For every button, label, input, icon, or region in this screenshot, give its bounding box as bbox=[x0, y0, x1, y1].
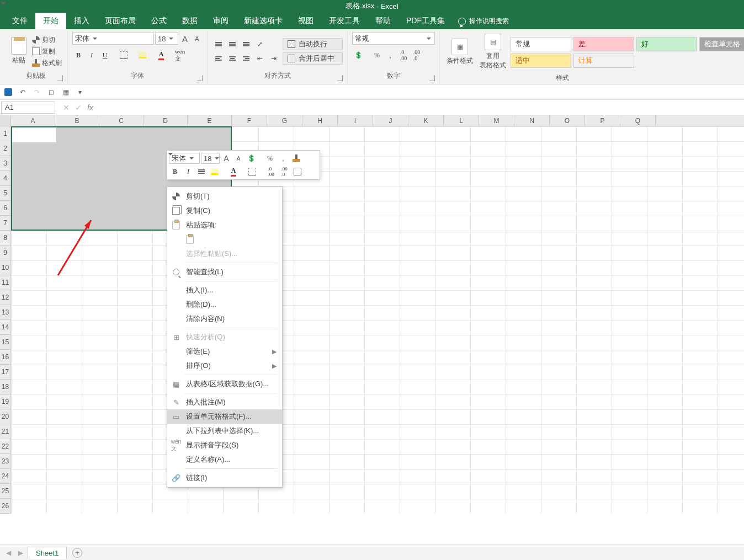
ctx-define-name[interactable]: 定义名称(A)... bbox=[167, 452, 282, 467]
cell-styles-gallery[interactable]: 常规 差 适中 计算 bbox=[511, 37, 634, 68]
mini-percent-button[interactable]: % bbox=[264, 152, 276, 164]
bold-button[interactable]: B bbox=[72, 49, 84, 61]
font-size-combo[interactable]: 18 bbox=[155, 33, 178, 45]
col-header[interactable]: B bbox=[55, 115, 99, 126]
tab-custom[interactable]: 新建选项卡 bbox=[236, 13, 290, 29]
row-header[interactable]: 11 bbox=[0, 275, 10, 290]
cells-grid[interactable] bbox=[11, 126, 744, 514]
col-header[interactable]: I bbox=[338, 115, 373, 126]
dec-decimal-button[interactable]: .00.0 bbox=[411, 49, 423, 61]
ctx-smart-lookup[interactable]: 智能查找(L) bbox=[167, 265, 282, 279]
col-header[interactable]: P bbox=[585, 115, 620, 126]
percent-button[interactable]: % bbox=[371, 49, 383, 61]
copy-button[interactable]: 复制 bbox=[31, 46, 63, 57]
indent-dec-button[interactable]: ⇤ bbox=[253, 52, 267, 65]
row-header[interactable]: 19 bbox=[0, 394, 10, 409]
row-header[interactable]: 7 bbox=[0, 216, 10, 231]
sheet-tab[interactable]: Sheet1 bbox=[28, 547, 67, 559]
align-right-button[interactable] bbox=[240, 52, 253, 65]
style-bad[interactable]: 差 bbox=[573, 37, 634, 51]
row-header[interactable]: 12 bbox=[0, 290, 10, 305]
dialog-launcher-icon[interactable] bbox=[337, 76, 343, 81]
ctx-format-cells[interactable]: ▭设置单元格格式(F)... bbox=[167, 409, 282, 424]
row-header[interactable]: 26 bbox=[0, 499, 10, 514]
mini-dec-dec-button[interactable]: .00.0 bbox=[278, 166, 290, 178]
add-sheet-button[interactable]: + bbox=[72, 548, 82, 558]
select-all-corner[interactable] bbox=[0, 115, 11, 126]
row-header[interactable]: 23 bbox=[0, 454, 10, 469]
merge-center-button[interactable]: 合并后居中 bbox=[283, 52, 343, 65]
col-header[interactable]: E bbox=[188, 115, 232, 126]
mini-italic-button[interactable]: I bbox=[182, 166, 194, 178]
orientation-button[interactable]: ⤢ bbox=[253, 38, 267, 50]
style-check[interactable]: 检查单元格 bbox=[699, 37, 744, 51]
col-header[interactable]: O bbox=[550, 115, 585, 126]
tab-view[interactable]: 视图 bbox=[290, 13, 321, 29]
align-middle-button[interactable] bbox=[226, 38, 239, 50]
font-color-button[interactable]: A bbox=[155, 49, 167, 61]
ctx-insert[interactable]: 插入(I)... bbox=[167, 283, 282, 297]
sheet-nav-prev[interactable]: ◀ bbox=[3, 549, 13, 557]
ctx-clear[interactable]: 清除内容(N) bbox=[167, 312, 282, 326]
col-header[interactable]: A bbox=[11, 115, 55, 126]
tab-review[interactable]: 审阅 bbox=[205, 13, 236, 29]
row-header[interactable]: 5 bbox=[0, 186, 10, 201]
ctx-insert-comment[interactable]: ✎插入批注(M) bbox=[167, 395, 282, 409]
dialog-launcher-icon[interactable] bbox=[197, 76, 203, 81]
row-header[interactable]: 14 bbox=[0, 320, 10, 335]
col-header[interactable]: H bbox=[302, 115, 338, 126]
tell-me[interactable]: 操作说明搜索 bbox=[453, 13, 514, 29]
row-header[interactable]: 22 bbox=[0, 439, 10, 454]
style-neutral[interactable]: 适中 bbox=[511, 54, 571, 68]
phonetic-button[interactable]: wén文 bbox=[174, 49, 186, 61]
row-header[interactable]: 4 bbox=[0, 171, 10, 186]
row-header[interactable]: 17 bbox=[0, 365, 10, 380]
italic-button[interactable]: I bbox=[86, 49, 98, 61]
format-as-table-button[interactable]: ▤ 套用 表格格式 bbox=[477, 33, 508, 72]
mini-merge-button[interactable] bbox=[291, 166, 304, 178]
shrink-font-button[interactable]: A bbox=[192, 33, 203, 45]
name-box[interactable]: A1 bbox=[1, 102, 55, 114]
qat-customize[interactable]: ▾ bbox=[75, 87, 85, 97]
align-left-button[interactable] bbox=[212, 52, 225, 65]
underline-button[interactable]: U bbox=[99, 49, 111, 61]
dialog-launcher-icon[interactable] bbox=[429, 76, 435, 81]
tab-data[interactable]: 数据 bbox=[174, 13, 205, 29]
format-painter-button[interactable]: 格式刷 bbox=[31, 58, 63, 68]
mini-inc-dec-button[interactable]: .0.00 bbox=[265, 166, 277, 178]
redo-button[interactable]: ↷ bbox=[32, 87, 42, 97]
ctx-sort[interactable]: 排序(O)▶ bbox=[167, 359, 282, 373]
ctx-filter[interactable]: 筛选(E)▶ bbox=[167, 344, 282, 359]
number-format-combo[interactable]: 常规 bbox=[352, 33, 435, 45]
sheet-nav-next[interactable]: ▶ bbox=[15, 549, 25, 557]
row-header[interactable]: 1 bbox=[0, 126, 10, 141]
accounting-button[interactable]: 💲 bbox=[352, 49, 364, 61]
tab-formulas[interactable]: 公式 bbox=[144, 13, 174, 29]
paste-button[interactable]: 粘贴 bbox=[9, 36, 29, 67]
style-good[interactable]: 好 bbox=[636, 37, 697, 51]
ctx-phonetic[interactable]: wén文显示拼音字段(S) bbox=[167, 438, 282, 452]
row-header[interactable]: 21 bbox=[0, 424, 10, 439]
align-top-button[interactable] bbox=[212, 38, 225, 50]
enter-formula-button[interactable]: ✓ bbox=[75, 103, 82, 112]
col-header[interactable]: N bbox=[514, 115, 550, 126]
ctx-delete[interactable]: 删除(D)... bbox=[167, 297, 282, 312]
col-header[interactable]: Q bbox=[620, 115, 656, 126]
undo-button[interactable]: ↶ bbox=[18, 87, 28, 97]
mini-font-combo[interactable]: 宋体 bbox=[169, 153, 200, 164]
conditional-format-button[interactable]: ▦ 条件格式 bbox=[444, 38, 475, 68]
row-header[interactable]: 16 bbox=[0, 350, 10, 365]
tab-insert[interactable]: 插入 bbox=[66, 13, 97, 29]
font-name-combo[interactable]: 宋体 bbox=[72, 33, 154, 45]
row-header[interactable]: 15 bbox=[0, 335, 10, 350]
mini-border-button[interactable] bbox=[246, 166, 258, 178]
mini-fontcolor-button[interactable]: A bbox=[227, 166, 240, 178]
row-header[interactable]: 13 bbox=[0, 305, 10, 320]
mini-painter-button[interactable] bbox=[290, 152, 302, 164]
mini-accounting-button[interactable]: 💲 bbox=[245, 152, 257, 164]
qat-button[interactable]: ◻ bbox=[46, 87, 56, 97]
dialog-launcher-icon[interactable] bbox=[57, 76, 63, 81]
qat-button[interactable]: ▦ bbox=[61, 87, 71, 97]
row-header[interactable]: 2 bbox=[0, 141, 10, 156]
indent-inc-button[interactable]: ⇥ bbox=[267, 52, 280, 65]
